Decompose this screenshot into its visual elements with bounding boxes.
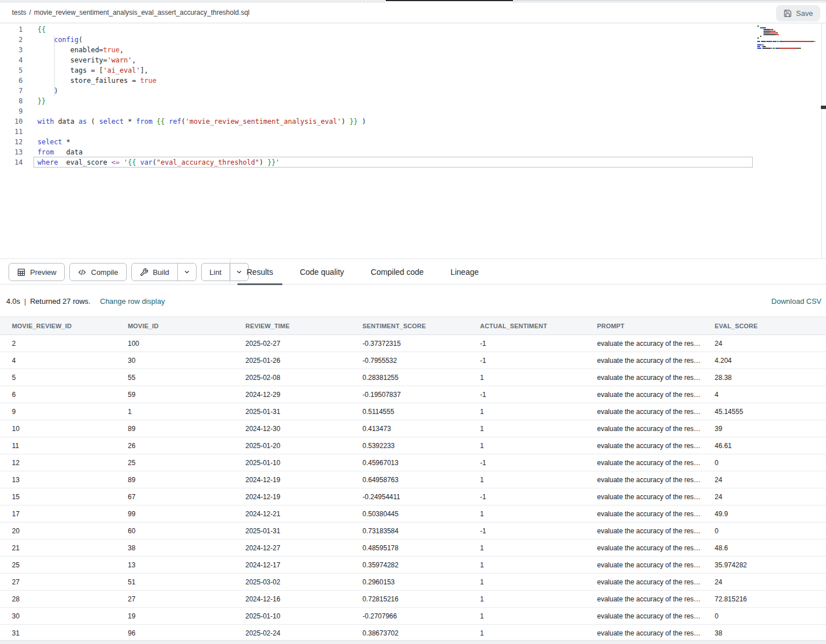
cell-review_time: 2025-02-08 bbox=[233, 374, 351, 382]
cell-sentiment_score: 0.28381255 bbox=[351, 374, 468, 382]
cell-sentiment_score: -0.2707966 bbox=[351, 612, 468, 620]
breadcrumb-filename: movie_review_sentiment_analysis_eval_ass… bbox=[34, 9, 250, 16]
toolbar-buttons: Preview Compile bbox=[9, 263, 249, 281]
lint-button-main[interactable]: Lint bbox=[202, 264, 230, 281]
editor-scrollbar-thumb[interactable] bbox=[821, 106, 826, 109]
build-button-label: Build bbox=[153, 268, 169, 277]
code-text: from data bbox=[37, 147, 82, 157]
code-line: 7 ) bbox=[0, 86, 366, 96]
cell-sentiment_score: 0.73183584 bbox=[351, 527, 468, 535]
code-text: enabled=true, bbox=[37, 45, 124, 55]
table-row: 4302025-01-26-0.7955532-1evaluate the ac… bbox=[0, 352, 826, 369]
code-line: 11 bbox=[0, 127, 366, 137]
cell-prompt: evaluate the accuracy of the res… bbox=[585, 544, 703, 552]
tab-results[interactable]: Results bbox=[237, 259, 282, 285]
code-lines: 1{{2 config(3 enabled=true,4 severity='w… bbox=[0, 24, 366, 168]
cell-actual_sentiment: 1 bbox=[468, 425, 585, 433]
table-row: 17992024-12-210.503804451evaluate the ac… bbox=[0, 505, 826, 522]
tab-lineage[interactable]: Lineage bbox=[441, 259, 488, 285]
cell-review_time: 2024-12-16 bbox=[233, 595, 351, 603]
cell-movie_review_id: 28 bbox=[0, 595, 116, 603]
code-line: 6 store_failures = true bbox=[0, 76, 366, 86]
cell-movie_id: 13 bbox=[116, 561, 233, 569]
line-number: 10 bbox=[0, 116, 23, 127]
cell-eval_score: 24 bbox=[703, 578, 826, 586]
table-row: 21382024-12-270.485951781evaluate the ac… bbox=[0, 540, 826, 557]
cell-movie_review_id: 21 bbox=[0, 544, 116, 552]
cell-review_time: 2024-12-29 bbox=[233, 391, 351, 399]
cell-movie_review_id: 12 bbox=[0, 459, 116, 467]
cell-prompt: evaluate the accuracy of the res… bbox=[585, 476, 703, 484]
table-row: 27512025-03-020.29601531evaluate the acc… bbox=[0, 574, 826, 591]
cell-review_time: 2025-01-26 bbox=[233, 357, 351, 365]
cell-sentiment_score: 0.5114555 bbox=[351, 408, 468, 416]
column-header-sentiment_score: SENTIMENT_SCORE bbox=[351, 323, 468, 329]
query-status: 4.0s|Returned 27 rows. bbox=[6, 297, 90, 306]
cell-prompt: evaluate the accuracy of the res… bbox=[585, 595, 703, 603]
code-text: with data as ( select * from {{ ref('mov… bbox=[37, 116, 366, 127]
cell-eval_score: 45.14555 bbox=[703, 408, 826, 416]
cell-sentiment_score: -0.24954411 bbox=[351, 493, 468, 501]
table-row: 11262025-01-200.53922331evaluate the acc… bbox=[0, 437, 826, 454]
cell-review_time: 2025-01-31 bbox=[233, 527, 351, 535]
line-number: 12 bbox=[0, 137, 23, 147]
cell-eval_score: 28.38 bbox=[703, 374, 826, 382]
toolbar-divider bbox=[230, 259, 231, 285]
table-row: 13892024-12-190.649587631evaluate the ac… bbox=[0, 471, 826, 488]
line-number: 2 bbox=[0, 35, 23, 45]
cell-movie_id: 27 bbox=[116, 595, 233, 603]
table-row: 912025-01-310.51145551evaluate the accur… bbox=[0, 403, 826, 420]
cell-eval_score: 4 bbox=[703, 391, 826, 399]
toolbar-row: Preview Compile bbox=[0, 258, 826, 285]
cell-review_time: 2025-02-27 bbox=[233, 340, 351, 348]
cell-actual_sentiment: 1 bbox=[468, 629, 585, 637]
save-button[interactable]: Save bbox=[776, 5, 820, 22]
cell-actual_sentiment: 1 bbox=[468, 578, 585, 586]
cell-eval_score: 48.6 bbox=[703, 544, 826, 552]
cell-eval_score: 0 bbox=[703, 612, 826, 620]
cell-actual_sentiment: 1 bbox=[468, 374, 585, 382]
cell-review_time: 2025-03-02 bbox=[233, 578, 351, 586]
cell-movie_review_id: 5 bbox=[0, 374, 116, 382]
cell-movie_review_id: 10 bbox=[0, 425, 116, 433]
build-button-main[interactable]: Build bbox=[132, 264, 177, 281]
compile-button[interactable]: Compile bbox=[69, 263, 127, 281]
cell-eval_score: 38 bbox=[703, 629, 826, 637]
prompt-preview-text: evaluate the accuracy of the res… bbox=[597, 544, 700, 552]
code-text: {{ bbox=[37, 24, 45, 35]
cell-actual_sentiment: -1 bbox=[468, 527, 585, 535]
table-row: 10892024-12-300.4134731evaluate the accu… bbox=[0, 420, 826, 437]
horizontal-scrollbar-track[interactable] bbox=[0, 640, 826, 644]
prompt-preview-text: evaluate the accuracy of the res… bbox=[597, 357, 700, 365]
download-csv-link[interactable]: Download CSV bbox=[771, 297, 821, 306]
sql-code-editor[interactable]: 1{{2 config(3 enabled=true,4 severity='w… bbox=[0, 23, 826, 258]
cell-review_time: 2025-01-31 bbox=[233, 408, 351, 416]
change-row-display-link[interactable]: Change row display bbox=[100, 297, 165, 306]
cell-eval_score: 46.61 bbox=[703, 442, 826, 450]
cell-prompt: evaluate the accuracy of the res… bbox=[585, 527, 703, 535]
cell-movie_review_id: 30 bbox=[0, 612, 116, 620]
tab-code-quality[interactable]: Code quality bbox=[291, 259, 353, 285]
prompt-preview-text: evaluate the accuracy of the res… bbox=[597, 493, 700, 501]
cell-movie_review_id: 2 bbox=[0, 340, 116, 348]
build-button[interactable]: Build bbox=[131, 263, 197, 281]
cell-actual_sentiment: 1 bbox=[468, 561, 585, 569]
cell-sentiment_score: 0.64958763 bbox=[351, 476, 468, 484]
cell-sentiment_score: 0.50380445 bbox=[351, 510, 468, 518]
preview-button[interactable]: Preview bbox=[9, 263, 65, 281]
cell-sentiment_score: -0.7955532 bbox=[351, 357, 468, 365]
cell-sentiment_score: 0.413473 bbox=[351, 425, 468, 433]
line-number: 11 bbox=[0, 127, 23, 137]
cell-review_time: 2025-01-10 bbox=[233, 459, 351, 467]
cell-actual_sentiment: -1 bbox=[468, 391, 585, 399]
cell-movie_id: 99 bbox=[116, 510, 233, 518]
build-dropdown-toggle[interactable] bbox=[177, 264, 196, 281]
code-text: select * bbox=[37, 137, 70, 147]
column-header-prompt: PROMPT bbox=[585, 323, 703, 329]
editor-minimap[interactable] bbox=[757, 26, 821, 49]
tab-compiled-code[interactable]: Compiled code bbox=[362, 259, 433, 285]
cell-movie_id: 67 bbox=[116, 493, 233, 501]
cell-eval_score: 4.204 bbox=[703, 357, 826, 365]
cell-movie_id: 38 bbox=[116, 544, 233, 552]
breadcrumb: tests/movie_review_sentiment_analysis_ev… bbox=[12, 9, 249, 16]
